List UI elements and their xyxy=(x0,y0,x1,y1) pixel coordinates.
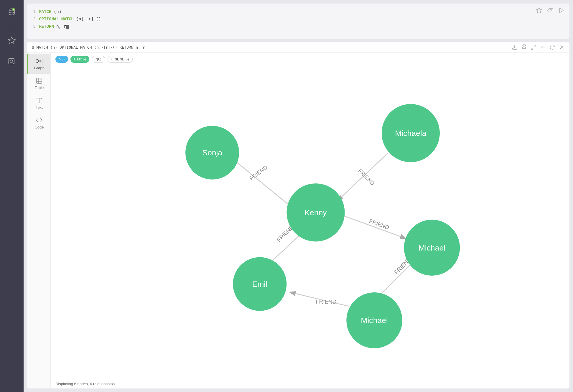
svg-line-24 xyxy=(40,61,41,62)
node-kenny-label: Kenny xyxy=(304,208,327,217)
graph-svg: FRIEND FRIEND FRIEND FRIEND FRIEND xyxy=(51,66,569,379)
close-button[interactable] xyxy=(559,44,565,50)
node-michaela-label: Michaela xyxy=(395,129,426,138)
tag-all-rels[interactable]: *(6) xyxy=(92,56,105,63)
result-header: $ MATCH (n) OPTIONAL MATCH (n)-[r]-() RE… xyxy=(27,42,569,53)
node-michael1-label: Michael xyxy=(419,243,445,252)
query-editor: 1MATCH (n) 2OPTIONAL MATCH (n)-[r]-() 3R… xyxy=(27,4,569,39)
database-icon[interactable] xyxy=(5,5,19,19)
svg-point-18 xyxy=(41,59,42,60)
tab-code-label: Code xyxy=(34,125,44,129)
svg-point-16 xyxy=(38,60,40,62)
svg-line-12 xyxy=(534,45,536,47)
tab-table[interactable]: Table xyxy=(27,74,50,93)
svg-point-17 xyxy=(36,59,37,60)
tag-bar: *(6) User(6) *(6) FRIEND(6) xyxy=(51,53,569,66)
tab-text[interactable]: Text xyxy=(27,93,50,113)
expand-button[interactable] xyxy=(531,44,536,50)
sidebar-divider xyxy=(5,26,19,26)
refresh-button[interactable] xyxy=(549,44,555,50)
star-button[interactable] xyxy=(536,7,542,14)
code-line-1: 1MATCH (n) xyxy=(33,8,564,16)
run-button[interactable] xyxy=(558,7,565,14)
download-button[interactable] xyxy=(512,44,518,50)
svg-line-23 xyxy=(37,61,38,62)
tab-code[interactable]: Code xyxy=(27,113,50,133)
svg-marker-9 xyxy=(560,8,564,13)
main-content: 1MATCH (n) 2OPTIONAL MATCH (n)-[r]-() 3R… xyxy=(24,0,573,392)
code-line-3: 3RETURN n, r xyxy=(33,23,564,30)
code-line-2: 2OPTIONAL MATCH (n)-[r]-() xyxy=(33,16,564,23)
svg-point-19 xyxy=(36,62,37,63)
result-query-display: $ MATCH (n) OPTIONAL MATCH (n)-[r]-() RE… xyxy=(32,45,508,50)
favorites-icon[interactable] xyxy=(5,33,19,47)
svg-point-20 xyxy=(41,62,42,63)
node-michael2-label: Michael xyxy=(361,316,388,325)
svg-marker-2 xyxy=(8,37,15,43)
edge-label-sonja-kenny: FRIEND xyxy=(248,164,269,182)
node-sonja-label: Sonja xyxy=(202,148,222,157)
tab-graph[interactable]: Graph xyxy=(27,54,50,74)
status-text: Displaying 6 nodes, 6 relationships. xyxy=(55,382,116,386)
svg-line-22 xyxy=(40,60,41,61)
svg-marker-6 xyxy=(536,8,542,13)
node-emil-label: Emil xyxy=(252,280,268,289)
pin-button[interactable] xyxy=(521,44,527,50)
tab-graph-label: Graph xyxy=(34,66,45,70)
code-editor[interactable]: 1MATCH (n) 2OPTIONAL MATCH (n)-[r]-() 3R… xyxy=(33,8,564,31)
view-tabs: Graph Table xyxy=(27,53,51,388)
svg-rect-25 xyxy=(37,78,42,83)
graph-area[interactable]: FRIEND FRIEND FRIEND FRIEND FRIEND xyxy=(51,66,569,379)
sidebar xyxy=(0,0,24,392)
svg-line-21 xyxy=(37,60,38,61)
svg-point-4 xyxy=(10,60,13,62)
edge-label-michael2-emil: FRIEND xyxy=(316,299,337,305)
tag-friend-rels[interactable]: FRIEND(6) xyxy=(108,56,133,63)
search-icon[interactable] xyxy=(5,55,19,69)
result-header-actions xyxy=(512,44,565,50)
tab-table-label: Table xyxy=(34,85,44,90)
graph-content: *(6) User(6) *(6) FRIEND(6) xyxy=(51,53,569,388)
result-panel: $ MATCH (n) OPTIONAL MATCH (n)-[r]-() RE… xyxy=(27,42,569,388)
editor-toolbar xyxy=(536,7,565,14)
tab-text-label: Text xyxy=(36,105,43,110)
tag-all-nodes[interactable]: *(6) xyxy=(55,56,68,63)
collapse-button[interactable] xyxy=(540,44,546,50)
clear-button[interactable] xyxy=(547,7,554,14)
status-bar: Displaying 6 nodes, 6 relationships. xyxy=(51,379,569,388)
edge-label-michaela-kenny: FRIEND xyxy=(357,168,376,187)
svg-line-13 xyxy=(531,48,533,50)
result-body: Graph Table xyxy=(27,53,569,388)
tag-user-nodes[interactable]: User(6) xyxy=(70,56,89,63)
